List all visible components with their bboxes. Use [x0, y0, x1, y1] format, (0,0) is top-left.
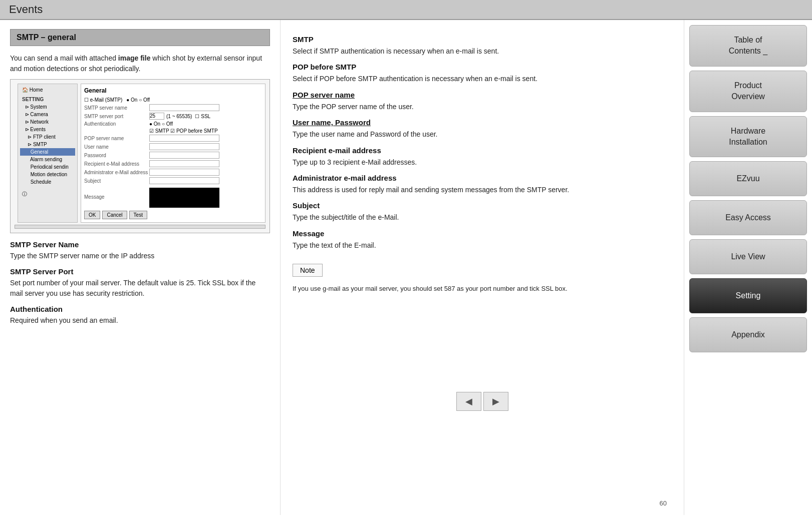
message-text: Type the text of the E-mail. — [293, 240, 672, 251]
menu-smtp: ⊳ SMTP — [20, 141, 75, 148]
admin-email-section: Administrator e-mail address This addres… — [293, 174, 672, 195]
subsection-text-2: Set port number of your mail server. The… — [10, 278, 270, 299]
right-sidebar: Table of Contents _ Product Overview Har… — [684, 20, 812, 515]
smtp-toggle-row: ☐ e-Mail (SMTP) ● On ○ Off — [84, 97, 262, 103]
menu-camera: ⊳ Camera — [20, 111, 75, 118]
smtp-heading: SMTP — [293, 35, 672, 44]
page-title: Events — [9, 3, 43, 16]
username-password-section: User name, Password Type the user name a… — [293, 118, 672, 140]
header-bar: Events — [0, 0, 812, 20]
subject-row: Subject — [84, 177, 262, 184]
pop-server-row: POP server name — [84, 135, 262, 142]
recipient-text: Type up to 3 recipient e-Mail addresses. — [293, 157, 672, 168]
menu-events: ⊳ Events — [20, 126, 75, 133]
pop-before-smtp-section: POP before SMTP Select if POP before SMT… — [293, 63, 672, 84]
cancel-button[interactable]: Cancel — [102, 211, 127, 219]
ui-form-panel: General ☐ e-Mail (SMTP) ● On ○ Off SMTP … — [81, 84, 265, 223]
menu-alarm: Alarm sending — [20, 156, 75, 163]
username-password-text: Type the user name and Password of the u… — [293, 129, 672, 140]
form-buttons: OK Cancel Test — [84, 211, 262, 219]
recipient-heading: Recipient e-mail address — [293, 146, 672, 155]
pop-server-section: POP server name Type the POP server name… — [293, 91, 672, 112]
main-layout: SMTP – general You can send a mail with … — [0, 20, 812, 515]
authentication-section: Authentication Required when you send an… — [10, 305, 270, 326]
nav-button-product[interactable]: Product Overview — [689, 71, 807, 112]
smtp-text: Select if SMTP authentication is necessa… — [293, 46, 672, 57]
subject-text: Type the subject/title of the e-Mail. — [293, 212, 672, 223]
menu-system: ⊳ System — [20, 103, 75, 111]
smtp-server-port-section: SMTP Server Port Set port number of your… — [10, 267, 270, 299]
nav-button-easy-access[interactable]: Easy Access — [689, 200, 807, 235]
menu-ftpclient: ⊳ FTP client — [20, 133, 75, 141]
smtp-server-port-row: SMTP server port 25 (1 ~ 65535) ☐ SSL — [84, 113, 262, 120]
nav-button-hardware[interactable]: Hardware Installation — [689, 116, 807, 158]
middle-sections: SMTP Select if SMTP authentication is ne… — [293, 29, 672, 294]
subsection-text-1: Type the SMTP server name or the IP addr… — [10, 251, 270, 261]
menu-network: ⊳ Network — [20, 118, 75, 126]
subsection-title-2: SMTP Server Port — [10, 267, 270, 276]
menu-general: General — [20, 148, 75, 156]
subsection-title-3: Authentication — [10, 305, 270, 313]
form-header: General — [84, 87, 262, 94]
test-button[interactable]: Test — [129, 211, 147, 219]
middle-content: SMTP Select if SMTP authentication is ne… — [281, 20, 684, 515]
recipient-row: Recipient e-Mail address — [84, 160, 262, 167]
message-heading: Message — [293, 229, 672, 238]
subject-section: Subject Type the subject/title of the e-… — [293, 201, 672, 223]
username-row: User name — [84, 143, 262, 150]
note-label: Note — [293, 264, 323, 277]
menu-motion: Motion detection — [20, 171, 75, 178]
subject-heading: Subject — [293, 201, 672, 210]
menu-setting: SETTING — [20, 96, 75, 103]
prev-button[interactable]: ◀ — [456, 392, 481, 411]
pop-smtp-heading: POP before SMTP — [293, 63, 672, 71]
nav-button-toc[interactable]: Table of Contents _ — [689, 25, 807, 67]
screenshot-wrap: 🏠 Home SETTING ⊳ System ⊳ Camera ⊳ Netwo… — [15, 84, 265, 223]
pop-server-text: Type the POP server name of the user. — [293, 101, 672, 112]
password-row: Password — [84, 152, 262, 159]
intro-paragraph: You can send a mail with attached image … — [10, 53, 270, 74]
nav-button-live-view[interactable]: Live View — [689, 239, 807, 274]
recipient-section: Recipient e-mail address Type up to 3 re… — [293, 146, 672, 168]
section-title: SMTP – general — [10, 29, 270, 46]
scrollbar[interactable] — [15, 225, 265, 229]
pop-server-heading: POP server name — [293, 91, 672, 99]
username-password-heading: User name, Password — [293, 118, 672, 127]
menu-info: ⓘ — [20, 190, 75, 199]
menu-home: 🏠 Home — [20, 86, 75, 94]
menu-schedule: Schedule — [20, 178, 75, 186]
smtp-server-name-row: SMTP server name — [84, 104, 262, 111]
message-black-box — [149, 188, 219, 208]
admin-email-row: Administrator e-Mail address — [84, 169, 262, 176]
message-section: Message Type the text of the E-mail. — [293, 229, 672, 251]
ui-sidebar: 🏠 Home SETTING ⊳ System ⊳ Camera ⊳ Netwo… — [18, 84, 78, 223]
screenshot-box: 🏠 Home SETTING ⊳ System ⊳ Camera ⊳ Netwo… — [10, 79, 270, 233]
pop-smtp-text: Select if POP before SMTP authentication… — [293, 73, 672, 84]
admin-email-text: This address is used for reply mail and … — [293, 184, 672, 195]
note-text: If you use g-mail as your mail server, y… — [293, 284, 672, 294]
next-button[interactable]: ▶ — [483, 392, 508, 411]
nav-button-ezvuu[interactable]: EZvuu — [689, 161, 807, 196]
subsection-title-1: SMTP Server Name — [10, 240, 270, 249]
subsection-text-3: Required when you send an email. — [10, 315, 270, 326]
left-content: SMTP – general You can send a mail with … — [0, 20, 281, 515]
smtp-section: SMTP Select if SMTP authentication is ne… — [293, 35, 672, 57]
ok-button[interactable]: OK — [84, 211, 100, 219]
message-row: Message — [84, 186, 262, 208]
admin-email-heading: Administrator e-mail address — [293, 174, 672, 182]
note-section: Note If you use g-mail as your mail serv… — [293, 261, 672, 294]
nav-button-setting[interactable]: Setting — [689, 278, 807, 313]
nav-buttons: ◀ ▶ — [293, 392, 672, 411]
smtp-server-name-section: SMTP Server Name Type the SMTP server na… — [10, 240, 270, 261]
menu-periodical: Periodical sendin — [20, 163, 75, 171]
nav-button-appendix[interactable]: Appendix — [689, 317, 807, 352]
page-number: 60 — [293, 499, 672, 510]
auth-row: Authentication ● On ○ Off — [84, 121, 262, 127]
